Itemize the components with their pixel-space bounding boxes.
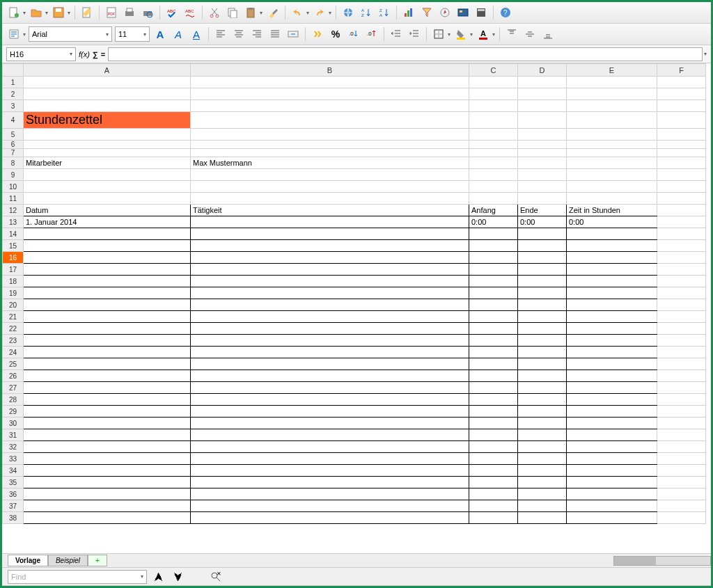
filter-icon[interactable] (419, 5, 434, 20)
tab-beispiel[interactable]: Beispiel (48, 555, 88, 566)
cell-A34[interactable] (24, 465, 191, 477)
cell-B9[interactable] (191, 169, 469, 181)
cell-C8[interactable] (469, 157, 518, 169)
cell-E25[interactable] (567, 358, 657, 370)
cell-A22[interactable] (24, 323, 191, 335)
row-header-2[interactable]: 2 (3, 88, 24, 100)
cell-C14[interactable] (469, 228, 518, 240)
cell-A23[interactable] (24, 335, 191, 347)
cell-E24[interactable] (567, 347, 657, 358)
cell-F16[interactable] (657, 252, 706, 264)
cell-A15[interactable] (24, 240, 191, 252)
row-header-27[interactable]: 27 (3, 382, 24, 394)
cell-D25[interactable] (518, 358, 567, 370)
col-header-D[interactable]: D (518, 64, 567, 77)
decrease-indent-icon[interactable] (389, 26, 404, 42)
cell-F30[interactable] (657, 418, 706, 429)
cell-B20[interactable] (191, 299, 469, 311)
cell-E10[interactable] (567, 181, 657, 193)
cell-B14[interactable] (191, 228, 469, 240)
underline-icon[interactable]: A (189, 26, 204, 42)
cell-D38[interactable] (518, 512, 567, 524)
paintbrush-icon[interactable] (265, 5, 281, 20)
cell-A8[interactable]: Mitarbeiter (24, 157, 191, 169)
cell-B16[interactable] (191, 252, 469, 264)
cell-F22[interactable] (657, 323, 706, 335)
cell-E36[interactable] (567, 488, 657, 500)
cell-B21[interactable] (191, 311, 469, 323)
cell-B18[interactable] (191, 276, 469, 287)
cell-E27[interactable] (567, 382, 657, 394)
cell-C26[interactable] (469, 370, 518, 382)
autospell-icon[interactable]: ABC (182, 5, 198, 20)
cell-C31[interactable] (469, 429, 518, 441)
bgcolor-icon[interactable] (453, 26, 469, 42)
cell-F29[interactable] (657, 406, 706, 418)
cell-D13[interactable]: 0:00 (518, 216, 567, 228)
cell-A25[interactable] (24, 358, 191, 370)
cell-A14[interactable] (24, 228, 191, 240)
row-header-23[interactable]: 23 (3, 335, 24, 347)
cell-A35[interactable] (24, 477, 191, 488)
help-icon[interactable]: ? (498, 5, 513, 20)
cell-F36[interactable] (657, 488, 706, 500)
cell-E1[interactable] (567, 77, 657, 88)
cell-D29[interactable] (518, 406, 567, 418)
cell-F6[interactable] (657, 141, 706, 149)
tab-vorlage[interactable]: Vorlage (8, 555, 48, 566)
align-center-icon[interactable] (231, 26, 246, 42)
cell-F33[interactable] (657, 453, 706, 465)
cell-A1[interactable] (24, 77, 191, 88)
cell-B5[interactable] (191, 129, 469, 141)
cell-F5[interactable] (657, 129, 706, 141)
cell-F14[interactable] (657, 228, 706, 240)
cell-D16[interactable] (518, 252, 567, 264)
add-decimal-icon[interactable]: .0 (346, 26, 361, 42)
cell-E4[interactable] (567, 112, 657, 129)
cell-A36[interactable] (24, 488, 191, 500)
cell-C3[interactable] (469, 100, 518, 112)
cell-E14[interactable] (567, 228, 657, 240)
cell-A21[interactable] (24, 311, 191, 323)
cell-A4[interactable]: Stundenzettel (24, 112, 191, 129)
cell-B37[interactable] (191, 500, 469, 512)
cell-E9[interactable] (567, 169, 657, 181)
cell-C23[interactable] (469, 335, 518, 347)
cell-E5[interactable] (567, 129, 657, 141)
row-header-7[interactable]: 7 (3, 149, 24, 157)
cell-B12[interactable]: Tätigkeit (191, 205, 469, 216)
find-prev-icon[interactable]: ⮝ (151, 569, 166, 585)
cell-F18[interactable] (657, 276, 706, 287)
undo-icon[interactable] (290, 5, 305, 20)
cell-B4[interactable] (191, 112, 469, 129)
cell-E11[interactable] (567, 193, 657, 205)
sort-desc-icon[interactable]: ZA (377, 5, 392, 20)
row-header-31[interactable]: 31 (3, 429, 24, 441)
cell-E33[interactable] (567, 453, 657, 465)
fontcolor-icon[interactable]: A (476, 26, 491, 42)
cell-A16[interactable] (24, 252, 191, 264)
datasources-icon[interactable] (473, 5, 489, 20)
font-size-select[interactable]: 11▾ (115, 26, 150, 42)
cell-C37[interactable] (469, 500, 518, 512)
cell-C10[interactable] (469, 181, 518, 193)
spreadsheet-area[interactable]: ABCDEF1234Stundenzettel5678MitarbeiterMa… (2, 63, 711, 553)
cell-F20[interactable] (657, 299, 706, 311)
cell-E13[interactable]: 0:00 (567, 216, 657, 228)
font-select[interactable]: Arial▾ (29, 26, 112, 42)
cell-B7[interactable] (191, 149, 469, 157)
cell-F19[interactable] (657, 287, 706, 299)
cell-C15[interactable] (469, 240, 518, 252)
cell-B26[interactable] (191, 370, 469, 382)
align-vcenter-icon[interactable] (522, 26, 538, 42)
cell-D32[interactable] (518, 441, 567, 453)
cell-A11[interactable] (24, 193, 191, 205)
cell-D4[interactable] (518, 112, 567, 129)
cell-D1[interactable] (518, 77, 567, 88)
styles-icon[interactable] (6, 26, 22, 42)
cell-D8[interactable] (518, 157, 567, 169)
cell-B3[interactable] (191, 100, 469, 112)
cell-E19[interactable] (567, 287, 657, 299)
row-header-34[interactable]: 34 (3, 465, 24, 477)
cell-A17[interactable] (24, 264, 191, 276)
